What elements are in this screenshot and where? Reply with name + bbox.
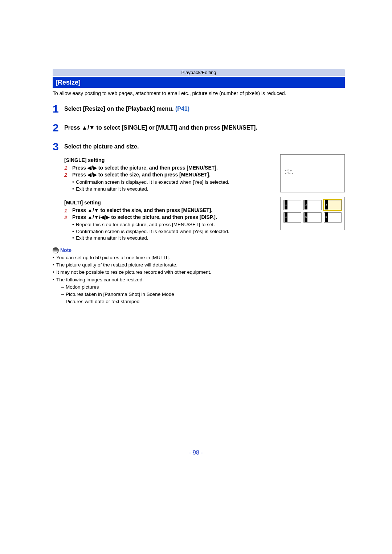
note-item: It may not be possible to resize picture… xyxy=(53,269,345,276)
multi-illustration xyxy=(280,197,345,230)
bullet-item: Exit the menu after it is executed. xyxy=(72,235,271,241)
note-subitem: Motion pictures xyxy=(61,284,345,291)
step-text: Select [Resize] on the [Playback] menu. … xyxy=(64,103,189,114)
step-number: 3 xyxy=(53,141,64,152)
substep-text: Press ◀/▶ to select the picture, and the… xyxy=(72,164,271,171)
note-item-text: The following images cannot be resized. xyxy=(56,277,144,282)
note-label: Note xyxy=(60,247,72,253)
multi-substep-2: 2 Press ▲/▼/◀/▶ to select the picture, a… xyxy=(64,214,271,241)
substep-number: 2 xyxy=(64,171,72,179)
page-ref-link[interactable]: (P41) xyxy=(175,106,189,112)
page: Playback/Editing [Resize] To allow easy … xyxy=(0,0,392,554)
single-setting-block: [SINGLE] setting 1 Press ◀/▶ to select t… xyxy=(53,154,345,192)
thumb xyxy=(283,212,301,223)
multi-setting-block: [MULTI] setting 1 Press ▲/▼ to select th… xyxy=(53,197,345,241)
step-text: Press ▲/▼ to select [SINGLE] or [MULTI] … xyxy=(64,122,257,133)
note-subitem: Pictures with date or text stamped xyxy=(61,298,345,305)
step-number: 1 xyxy=(53,103,64,114)
single-substep-1: 1 Press ◀/▶ to select the picture, and t… xyxy=(64,164,271,172)
illustration-icons: ◄ ⧉ ►◄ 3м ► xyxy=(284,169,294,175)
section-title: [Resize] xyxy=(53,77,345,88)
single-heading: [SINGLE] setting xyxy=(64,157,271,163)
note-list: You can set up to 50 pictures at one tim… xyxy=(53,254,345,306)
step-3: 3 Select the picture and size. xyxy=(53,141,345,152)
breadcrumb: Playback/Editing xyxy=(53,69,345,76)
substep-number: 1 xyxy=(64,164,72,172)
page-number: - 98 - xyxy=(0,449,392,456)
bullet-item: Repeat this step for each picture, and p… xyxy=(72,221,271,228)
substep-text: Press ▲/▼ to select the size, and then p… xyxy=(72,207,271,214)
note-item: You can set up to 50 pictures at one tim… xyxy=(53,254,345,261)
step-2: 2 Press ▲/▼ to select [SINGLE] or [MULTI… xyxy=(53,122,345,133)
note-icon xyxy=(53,247,59,253)
substep-text: Press ▲/▼/◀/▶ to select the picture, and… xyxy=(72,214,271,221)
thumb xyxy=(283,200,301,210)
thumb-selected xyxy=(324,200,342,210)
single-illustration: ◄ ⧉ ►◄ 3м ► xyxy=(280,154,345,192)
note-sublist: Motion pictures Pictures taken in [Panor… xyxy=(56,284,345,306)
substep-number: 2 xyxy=(64,214,72,221)
thumb xyxy=(324,212,342,223)
bullet-item: Confirmation screen is displayed. It is … xyxy=(72,228,271,235)
single-substep-2: 2 Press ◀/▶ to select the size, and then… xyxy=(64,171,271,192)
note-item: The following images cannot be resized. … xyxy=(53,276,345,306)
bullet-item: Exit the menu after it is executed. xyxy=(72,186,271,192)
step-number: 2 xyxy=(53,122,64,133)
step-text: Select the picture and size. xyxy=(64,141,139,152)
intro-text: To allow easy posting to web pages, atta… xyxy=(53,90,345,97)
note-header: Note xyxy=(53,247,345,253)
substep-text: Press ◀/▶ to select the size, and then p… xyxy=(72,171,271,178)
step1-text: Select [Resize] on the [Playback] menu. xyxy=(64,106,175,112)
step-1: 1 Select [Resize] on the [Playback] menu… xyxy=(53,103,345,114)
thumb xyxy=(303,212,321,223)
multi-substep-1: 1 Press ▲/▼ to select the size, and then… xyxy=(64,207,271,214)
substep-number: 1 xyxy=(64,207,72,214)
note-item: The picture quality of the resized pictu… xyxy=(53,261,345,269)
bullet-item: Confirmation screen is displayed. It is … xyxy=(72,179,271,186)
multi-heading: [MULTI] setting xyxy=(64,200,271,205)
thumb xyxy=(303,200,321,210)
note-subitem: Pictures taken in [Panorama Shot] in Sce… xyxy=(61,291,345,298)
